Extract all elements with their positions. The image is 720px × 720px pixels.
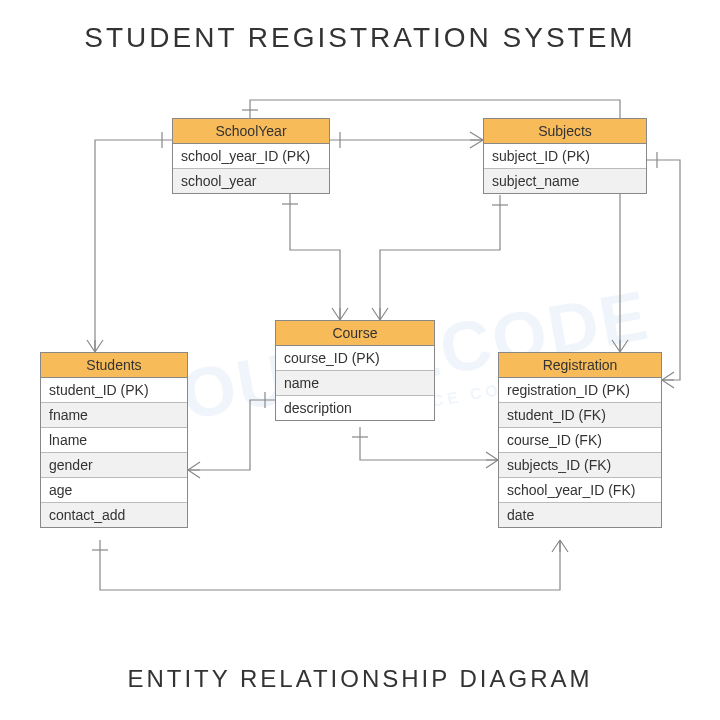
entity-attr: age [41, 478, 187, 503]
entity-attr: gender [41, 453, 187, 478]
entity-attr: school_year [173, 169, 329, 193]
entity-attr: school_year_ID (PK) [173, 144, 329, 169]
entity-schoolyear-header: SchoolYear [173, 119, 329, 144]
entity-course: Course course_ID (PK) name description [275, 320, 435, 421]
diagram-title: STUDENT REGISTRATION SYSTEM [0, 22, 720, 54]
entity-attr: school_year_ID (FK) [499, 478, 661, 503]
entity-attr: student_ID (PK) [41, 378, 187, 403]
entity-course-header: Course [276, 321, 434, 346]
entity-attr: lname [41, 428, 187, 453]
entity-attr: description [276, 396, 434, 420]
entity-subjects-header: Subjects [484, 119, 646, 144]
entity-attr: name [276, 371, 434, 396]
entity-students-header: Students [41, 353, 187, 378]
entity-attr: course_ID (PK) [276, 346, 434, 371]
entity-attr: subject_name [484, 169, 646, 193]
entity-attr: subjects_ID (FK) [499, 453, 661, 478]
entity-attr: fname [41, 403, 187, 428]
entity-attr: date [499, 503, 661, 527]
entity-students: Students student_ID (PK) fname lname gen… [40, 352, 188, 528]
entity-registration: Registration registration_ID (PK) studen… [498, 352, 662, 528]
diagram-subtitle: ENTITY RELATIONSHIP DIAGRAM [0, 665, 720, 693]
entity-subjects: Subjects subject_ID (PK) subject_name [483, 118, 647, 194]
entity-attr: contact_add [41, 503, 187, 527]
entity-registration-header: Registration [499, 353, 661, 378]
entity-attr: student_ID (FK) [499, 403, 661, 428]
entity-attr: registration_ID (PK) [499, 378, 661, 403]
entity-attr: course_ID (FK) [499, 428, 661, 453]
entity-schoolyear: SchoolYear school_year_ID (PK) school_ye… [172, 118, 330, 194]
entity-attr: subject_ID (PK) [484, 144, 646, 169]
